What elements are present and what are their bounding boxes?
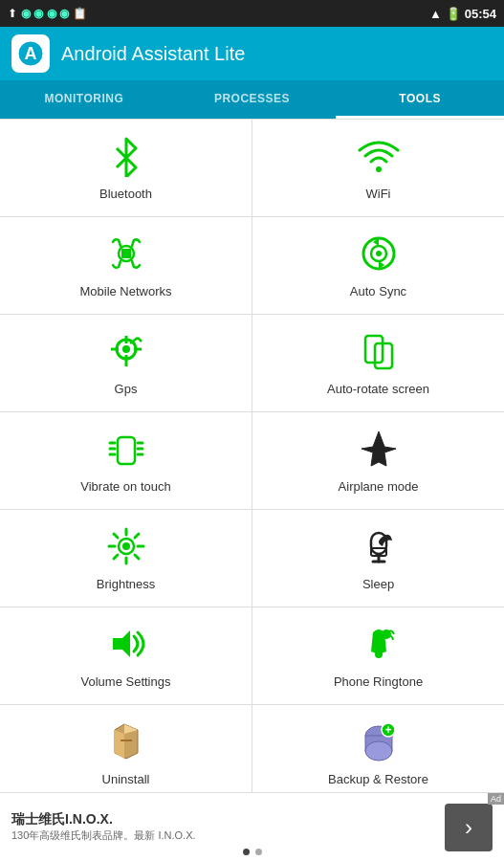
svg-line-31 [135, 555, 139, 559]
tab-tools[interactable]: TOOLS [336, 80, 504, 119]
svg-point-13 [122, 345, 130, 353]
svg-point-2 [376, 166, 382, 172]
svg-rect-45 [121, 740, 132, 741]
auto-sync-icon [358, 232, 400, 278]
grid-item-auto-sync[interactable]: Auto Sync [252, 217, 504, 314]
time-display: 05:54 [465, 7, 496, 21]
sleep-icon [358, 525, 400, 571]
airplane-label: Airplane mode [339, 479, 419, 494]
gps-label: Gps [115, 382, 138, 396]
airplane-icon [358, 428, 400, 474]
ad-text: 瑞士维氏I.N.O.X. 130年高级维氏制表品牌。最新 I.N.O.X. [11, 811, 435, 843]
backup-label: Backup & Restore [328, 772, 428, 786]
volume-label: Volume Settings [81, 674, 171, 689]
vibrate-icon [105, 428, 147, 474]
svg-line-33 [114, 555, 118, 559]
svg-line-32 [135, 534, 139, 538]
grid-item-gps[interactable]: Gps [0, 315, 252, 411]
ad-subtitle: 130年高级维氏制表品牌。最新 I.N.O.X. [11, 828, 435, 843]
vibrate-label: Vibrate on touch [80, 479, 170, 494]
tab-bar: MONITORING PROCESSES TOOLS [0, 80, 504, 119]
sleep-label: Sleep [362, 577, 394, 591]
status-icons-right: ▲ 🔋 05:54 [429, 7, 496, 21]
app-logo: A [11, 34, 50, 73]
svg-line-15 [138, 338, 142, 342]
bluetooth-icon [107, 135, 145, 181]
svg-point-48 [365, 741, 392, 761]
ad-arrow-button[interactable]: › [445, 804, 493, 851]
status-icons-left: ⬆ ◉ ◉ ◉ ◉ 📋 [8, 7, 87, 20]
grid-item-auto-rotate[interactable]: Auto-rotate screen [252, 315, 504, 411]
grid-item-sleep[interactable]: Sleep [252, 510, 504, 607]
battery-icon: 🔋 [446, 7, 461, 21]
grid-item-vibrate[interactable]: Vibrate on touch [0, 412, 252, 509]
notification-icon: 📋 [73, 7, 87, 20]
ringtone-label: Phone Ringtone [334, 674, 423, 689]
mobile-networks-icon [107, 232, 145, 278]
ringtone-icon [358, 623, 400, 669]
mobile-networks-label: Mobile Networks [79, 284, 171, 298]
grid-item-wifi[interactable]: WiFi [252, 120, 504, 216]
app-title: Android Assistant Lite [61, 43, 245, 65]
svg-line-30 [114, 534, 118, 538]
svg-marker-39 [113, 630, 130, 657]
uninstall-icon [105, 720, 147, 766]
brightness-label: Brightness [97, 577, 155, 591]
grid-item-mobile-networks[interactable]: Mobile Networks [0, 217, 252, 314]
grid-item-backup[interactable]: + Backup & Restore [252, 705, 504, 802]
volume-icon [105, 623, 147, 669]
gps-icon [105, 330, 147, 376]
grid-item-airplane[interactable]: Airplane mode [252, 412, 504, 509]
svg-point-34 [122, 542, 130, 550]
backup-icon: + [358, 720, 400, 766]
android-icons: ◉ ◉ ◉ ◉ [21, 7, 69, 20]
svg-text:+: + [384, 723, 391, 737]
dot-2 [255, 849, 262, 855]
ad-badge: Ad [488, 793, 504, 805]
svg-point-7 [376, 251, 382, 256]
auto-rotate-label: Auto-rotate screen [327, 382, 429, 396]
wifi-icon [358, 135, 400, 181]
svg-marker-43 [115, 730, 124, 759]
tools-grid: Bluetooth WiFi Mobile Networks Auto Sync… [0, 119, 504, 861]
ad-title: 瑞士维氏I.N.O.X. [11, 811, 435, 828]
auto-rotate-icon [358, 330, 400, 376]
bluetooth-label: Bluetooth [99, 187, 152, 201]
ad-banner[interactable]: 瑞士维氏I.N.O.X. 130年高级维氏制表品牌。最新 I.N.O.X. › … [0, 792, 504, 861]
brightness-icon [105, 525, 147, 571]
grid-item-volume[interactable]: Volume Settings [0, 607, 252, 704]
tab-processes[interactable]: PROCESSES [168, 80, 337, 119]
svg-rect-18 [118, 437, 135, 464]
grid-item-ringtone[interactable]: Phone Ringtone [252, 607, 504, 704]
app-header: A Android Assistant Lite [0, 27, 504, 80]
dot-1 [243, 849, 250, 855]
ad-dots [243, 849, 262, 855]
wifi-signal-icon: ▲ [429, 7, 442, 21]
auto-sync-label: Auto Sync [350, 284, 406, 298]
grid-item-bluetooth[interactable]: Bluetooth [0, 120, 252, 216]
svg-rect-4 [121, 249, 131, 258]
usb-icon: ⬆ [8, 7, 17, 20]
uninstall-label: Uninstall [102, 772, 150, 786]
status-bar: ⬆ ◉ ◉ ◉ ◉ 📋 ▲ 🔋 05:54 [0, 0, 504, 27]
svg-point-40 [375, 651, 383, 658]
svg-text:A: A [25, 44, 37, 63]
grid-item-uninstall[interactable]: Uninstall [0, 705, 252, 802]
grid-item-brightness[interactable]: Brightness [0, 510, 252, 607]
tab-monitoring[interactable]: MONITORING [0, 80, 168, 119]
wifi-label: WiFi [366, 187, 391, 201]
